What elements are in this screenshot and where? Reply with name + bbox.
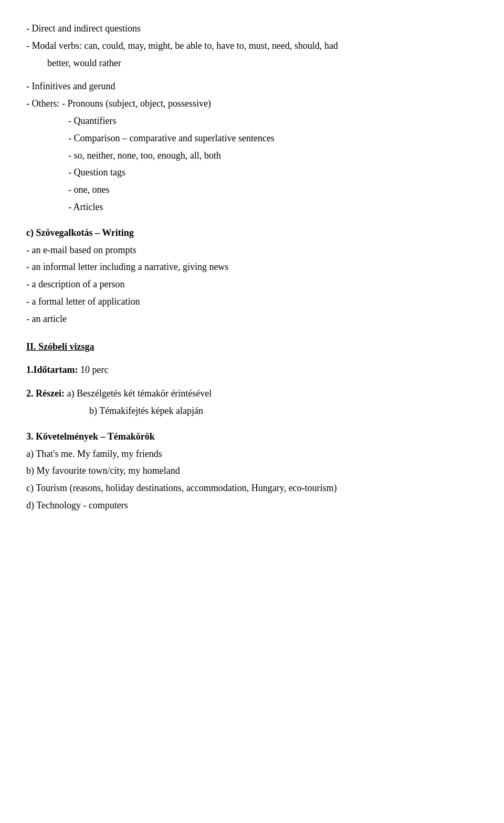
line-modal-verbs: - Modal verbs: can, could, may, might, b…: [26, 38, 478, 54]
line-tourism: c) Tourism (reasons, holiday destination…: [26, 481, 478, 496]
line-szovegalkotas: c) Szövegalkotás – Writing: [26, 225, 478, 241]
line-technology: d) Technology - computers: [26, 498, 478, 513]
line-question-tags: - Question tags: [26, 165, 478, 180]
section-reszei: 2. Részei: a) Beszélgetés két témakör ér…: [26, 386, 478, 419]
section-kovetelmenyek: 3. Követelmények – Témakörök a) That's m…: [26, 429, 478, 513]
line-formal-letter: - a formal letter of application: [26, 294, 478, 309]
line-szobeli-vizsga: II. Szóbeli vizsga: [26, 339, 478, 355]
line-reszei: 2. Részei: a) Beszélgetés két témakör ér…: [26, 386, 478, 401]
line-thats-me: a) That's me. My family, my friends: [26, 446, 478, 462]
idotartam-label: 1.Időtartam:: [26, 364, 78, 375]
line-articles: - Articles: [26, 200, 478, 215]
line-others-pronouns: - Others: - Pronouns (subject, object, p…: [26, 96, 478, 111]
line-direct-indirect: - Direct and indirect questions: [26, 21, 478, 36]
line-email-prompts: - an e-mail based on prompts: [26, 243, 478, 258]
line-one-ones: - one, ones: [26, 182, 478, 197]
line-better-would: better, would rather: [26, 56, 478, 71]
line-informal-letter: - an informal letter including a narrati…: [26, 259, 478, 275]
line-infinitives: - Infinitives and gerund: [26, 79, 478, 94]
line-favourite-town: b) My favourite town/city, my homeland: [26, 463, 478, 478]
line-temakifejtes: b) Témakifejtés képek alapján: [26, 403, 478, 419]
line-quantifiers: - Quantifiers: [26, 113, 478, 129]
section-idotartam: 1.Időtartam: 10 perc: [26, 362, 478, 378]
line-description-person: - a description of a person: [26, 277, 478, 292]
line-so-neither: - so, neither, none, too, enough, all, b…: [26, 148, 478, 163]
main-content: - Direct and indirect questions - Modal …: [26, 21, 478, 513]
section-writing: c) Szövegalkotás – Writing - an e-mail b…: [26, 225, 478, 327]
line-comparison: - Comparison – comparative and superlati…: [26, 131, 478, 146]
section-szobeli: II. Szóbeli vizsga: [26, 339, 478, 355]
line-kovetelmenyek: 3. Követelmények – Témakörök: [26, 429, 478, 444]
line-idotartam: 1.Időtartam: 10 perc: [26, 362, 478, 378]
reszei-label: 2. Részei:: [26, 388, 65, 399]
line-article: - an article: [26, 311, 478, 327]
